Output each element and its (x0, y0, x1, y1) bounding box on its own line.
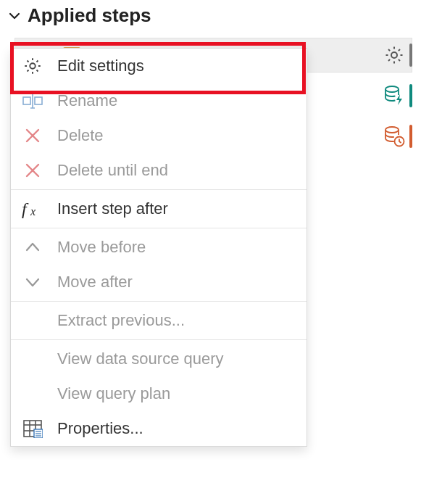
menu-item-label: Edit settings (57, 57, 144, 75)
menu-separator (11, 339, 307, 340)
menu-item-label: Properties... (57, 419, 143, 438)
delete-x-icon (17, 153, 49, 188)
menu-item-edit-settings[interactable]: Edit settings (11, 49, 307, 83)
blank-icon (17, 303, 49, 338)
menu-item-view-data-source-query[interactable]: View data source query (11, 342, 307, 376)
blank-icon (17, 342, 49, 376)
menu-item-move-after[interactable]: Move after (11, 265, 307, 299)
chevron-down-icon (17, 265, 49, 299)
menu-item-view-query-plan[interactable]: View query plan (11, 376, 307, 411)
native-query-button[interactable] (380, 81, 408, 110)
fx-icon: f x (17, 191, 49, 226)
database-flash-icon (383, 84, 406, 107)
menu-item-extract-previous[interactable]: Extract previous... (11, 303, 307, 338)
blank-icon (17, 376, 49, 411)
svg-rect-10 (23, 97, 30, 104)
menu-item-label: View query plan (57, 384, 170, 403)
applied-steps-title: Applied steps (28, 4, 151, 27)
query-timing-button[interactable] (380, 122, 408, 151)
database-clock-icon (383, 125, 406, 148)
menu-item-rename[interactable]: Rename (11, 83, 307, 118)
gear-icon (17, 49, 49, 83)
step-action-icons (380, 41, 408, 151)
menu-item-label: Rename (57, 91, 117, 110)
menu-item-label: View data source query (57, 350, 224, 368)
step-settings-button[interactable] (380, 41, 408, 70)
step-context-menu: Edit settings Rename Delete (10, 48, 307, 447)
applied-steps-header[interactable]: Applied steps (0, 0, 421, 28)
menu-item-label: Insert step after (57, 199, 168, 218)
svg-rect-11 (35, 97, 42, 104)
menu-item-delete-until-end[interactable]: Delete until end (11, 153, 307, 188)
svg-text:x: x (30, 205, 36, 218)
menu-item-label: Delete (57, 126, 104, 145)
svg-point-7 (385, 127, 399, 133)
menu-separator (11, 189, 307, 190)
rename-icon (17, 83, 49, 118)
menu-separator (11, 301, 307, 302)
table-grid-icon (17, 411, 49, 446)
menu-item-insert-step-after[interactable]: f x Insert step after (11, 191, 307, 226)
svg-text:f: f (22, 199, 29, 218)
svg-point-6 (385, 86, 399, 92)
menu-item-delete[interactable]: Delete (11, 118, 307, 153)
gear-icon (383, 44, 405, 66)
collapse-chevron-icon[interactable] (7, 9, 22, 23)
menu-item-label: Move after (57, 273, 133, 292)
menu-separator (11, 228, 307, 228)
delete-x-icon (17, 118, 49, 153)
menu-item-label: Delete until end (57, 161, 168, 180)
menu-item-move-before[interactable]: Move before (11, 230, 307, 265)
menu-item-label: Extract previous... (57, 311, 185, 330)
svg-point-5 (391, 52, 397, 58)
chevron-up-icon (17, 230, 49, 265)
svg-point-9 (30, 63, 35, 68)
menu-item-properties[interactable]: Properties... (11, 411, 307, 446)
menu-item-label: Move before (57, 238, 146, 257)
